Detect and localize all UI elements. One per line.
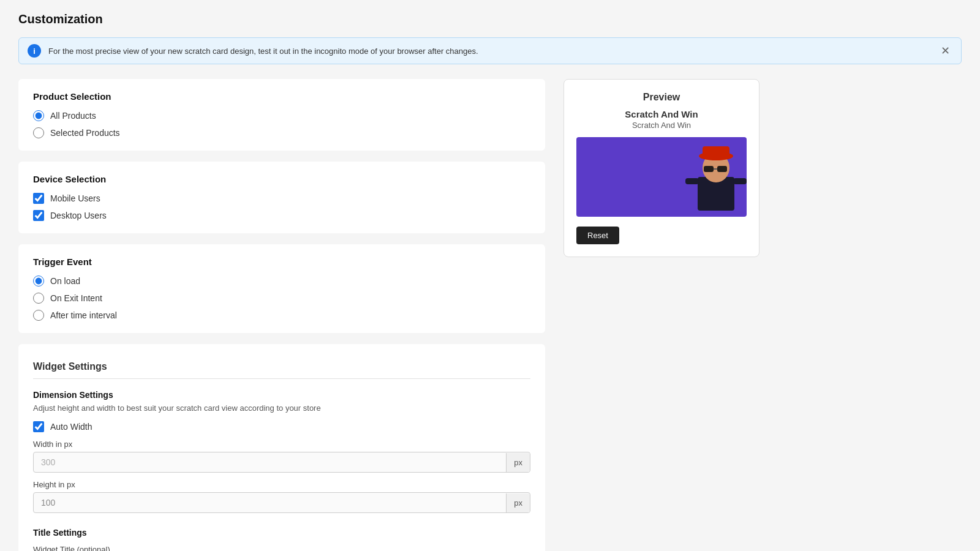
checkbox-mobile-users-input[interactable] xyxy=(33,193,44,204)
width-input-container: px xyxy=(33,452,530,473)
checkbox-mobile-users-label: Mobile Users xyxy=(50,193,100,203)
preview-card-subtitle: Scratch And Win xyxy=(576,121,747,130)
page-title: Customization xyxy=(18,12,962,26)
dimension-settings: Dimension Settings Adjust height and wid… xyxy=(33,390,530,513)
reset-button[interactable]: Reset xyxy=(576,227,619,244)
settings-panel: Product Selection All Products Selected … xyxy=(18,79,545,551)
height-label: Height in px xyxy=(33,480,530,489)
width-suffix: px xyxy=(506,453,530,472)
checkbox-desktop-users[interactable]: Desktop Users xyxy=(33,210,530,221)
svg-rect-4 xyxy=(704,166,714,172)
checkbox-mobile-users[interactable]: Mobile Users xyxy=(33,193,530,204)
preview-character xyxy=(685,140,747,214)
auto-width-checkbox[interactable] xyxy=(33,421,44,432)
device-selection-section: Device Selection Mobile Users Desktop Us… xyxy=(18,162,545,233)
svg-rect-3 xyxy=(703,146,729,159)
radio-selected-products-label: Selected Products xyxy=(50,128,120,138)
product-selection-title: Product Selection xyxy=(33,91,530,102)
trigger-event-section: Trigger Event On load On Exit Intent Aft… xyxy=(18,244,545,333)
auto-width-label: Auto Width xyxy=(50,422,92,432)
radio-exit-intent-input[interactable] xyxy=(33,293,44,304)
height-input[interactable] xyxy=(34,493,506,512)
auto-width-checkbox-label[interactable]: Auto Width xyxy=(33,421,92,432)
radio-time-interval-input[interactable] xyxy=(33,310,44,321)
product-selection-radio-group: All Products Selected Products xyxy=(33,110,530,138)
title-settings-title: Title Settings xyxy=(33,528,530,538)
widget-settings-title: Widget Settings xyxy=(33,361,530,372)
alert-close-button[interactable]: ✕ xyxy=(938,45,952,56)
widget-settings-section: Widget Settings Dimension Settings Adjus… xyxy=(18,344,545,551)
width-input[interactable] xyxy=(34,452,506,472)
trigger-event-title: Trigger Event xyxy=(33,257,530,267)
preview-panel: Preview Scratch And Win Scratch And Win xyxy=(564,79,760,551)
height-suffix: px xyxy=(506,493,530,512)
radio-on-load-input[interactable] xyxy=(33,276,44,287)
radio-on-load-label: On load xyxy=(50,276,80,286)
checkbox-desktop-users-input[interactable] xyxy=(33,210,44,221)
device-selection-checkbox-group: Mobile Users Desktop Users xyxy=(33,193,530,221)
radio-all-products[interactable]: All Products xyxy=(33,110,530,121)
radio-exit-intent[interactable]: On Exit Intent xyxy=(33,293,530,304)
radio-all-products-input[interactable] xyxy=(33,110,44,121)
checkbox-desktop-users-label: Desktop Users xyxy=(50,211,107,220)
radio-selected-products-input[interactable] xyxy=(33,127,44,138)
preview-card-title: Scratch And Win xyxy=(576,109,747,119)
trigger-event-radio-group: On load On Exit Intent After time interv… xyxy=(33,276,530,321)
radio-on-load[interactable]: On load xyxy=(33,276,530,287)
preview-title: Preview xyxy=(576,92,747,103)
alert-text: For the most precise view of your new sc… xyxy=(48,47,938,56)
title-settings: Title Settings Widget Title (optional) T… xyxy=(33,528,530,551)
alert-banner: i For the most precise view of your new … xyxy=(18,37,962,64)
radio-time-interval[interactable]: After time interval xyxy=(33,310,530,321)
svg-rect-7 xyxy=(685,178,699,184)
height-input-container: px xyxy=(33,492,530,513)
svg-rect-5 xyxy=(717,166,727,172)
device-selection-title: Device Selection xyxy=(33,174,530,184)
radio-selected-products[interactable]: Selected Products xyxy=(33,127,530,138)
radio-all-products-label: All Products xyxy=(50,111,96,121)
radio-time-interval-label: After time interval xyxy=(50,310,117,320)
product-selection-section: Product Selection All Products Selected … xyxy=(18,79,545,151)
info-icon: i xyxy=(28,44,41,58)
radio-exit-intent-label: On Exit Intent xyxy=(50,293,102,303)
widget-title-label: Widget Title (optional) xyxy=(33,545,530,551)
width-label: Width in px xyxy=(33,440,530,449)
auto-width-row: Auto Width xyxy=(33,421,530,432)
svg-rect-8 xyxy=(733,178,747,184)
preview-card: Preview Scratch And Win Scratch And Win xyxy=(564,79,760,257)
dimension-settings-desc: Adjust height and width to best suit you… xyxy=(33,403,530,413)
preview-image-area xyxy=(576,137,747,217)
widget-settings-divider xyxy=(33,378,530,379)
dimension-settings-title: Dimension Settings xyxy=(33,390,530,400)
